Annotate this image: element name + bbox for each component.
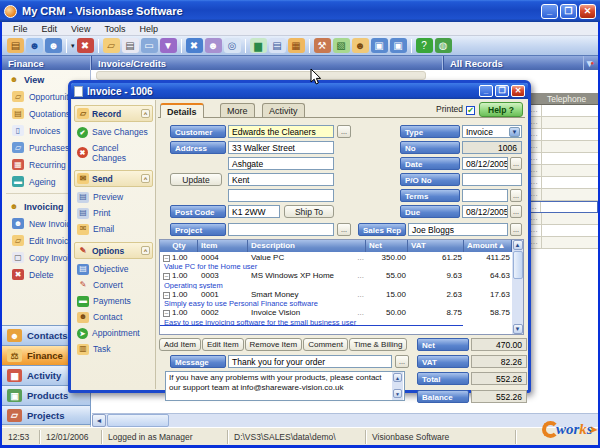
invoice-item-row[interactable]: –1.000002Invoice Vision...50.008.7558.75 — [160, 308, 516, 318]
dialog-action-print[interactable]: ▤Print — [72, 205, 155, 221]
notes-icon[interactable]: ▤ — [122, 38, 139, 53]
column-header-net[interactable]: Net — [366, 240, 408, 252]
address-line4-field[interactable] — [228, 189, 334, 202]
menu-view[interactable]: View — [64, 24, 97, 34]
collapse-row-icon[interactable]: – — [163, 255, 170, 262]
close-button[interactable]: ✕ — [579, 4, 596, 19]
ship-to-button[interactable]: Ship To — [284, 205, 334, 218]
collapse-chevron-icon[interactable]: ^ — [141, 109, 150, 118]
dialog-maximize-button[interactable]: ❐ — [495, 85, 509, 97]
dialog-action-cancel-changes[interactable]: ✖Cancel Changes — [72, 140, 155, 165]
date-picker-button[interactable]: ... — [510, 157, 522, 170]
collapse-row-icon[interactable]: – — [163, 310, 170, 317]
printed-checkbox[interactable]: ✔ — [466, 106, 475, 115]
dialog-action-convert[interactable]: ✎Convert — [72, 277, 155, 293]
collapse-chevron-icon[interactable]: ^ — [141, 174, 150, 183]
dialog-minimize-button[interactable]: _ — [479, 85, 493, 97]
dialog-action-contact[interactable]: ☻Contact — [72, 309, 155, 325]
column-header-description[interactable]: Description — [248, 240, 366, 252]
workstation-icon[interactable]: ▣ — [390, 38, 407, 53]
card-icon[interactable]: ▭ — [141, 38, 158, 53]
terms-lookup-button[interactable]: ... — [510, 189, 522, 202]
dialog-action-objective[interactable]: ▤Objective — [72, 261, 155, 277]
items-scrollbar-thumb[interactable] — [513, 251, 523, 279]
message-body-textarea[interactable]: If you have any problems with your produ… — [165, 371, 405, 401]
invoice-item-row[interactable]: –1.000004Value PC...350.0061.25411.25 — [160, 252, 516, 262]
tab-more[interactable]: More — [220, 103, 255, 118]
search-icon[interactable]: ◎ — [224, 38, 241, 53]
collapse-row-icon[interactable]: – — [163, 292, 170, 299]
horizontal-scrollbar[interactable]: ◄ — [92, 413, 598, 427]
invoice-item-row[interactable]: –1.000003MS Windows XP Home...55.009.636… — [160, 271, 516, 281]
customer-lookup-button[interactable]: ... — [337, 125, 351, 138]
grid-column-telephone[interactable]: Telephone — [547, 94, 586, 104]
button-comment[interactable]: Comment — [303, 338, 348, 351]
button-edit-item[interactable]: Edit Item — [202, 338, 244, 351]
type-select[interactable]: Invoice ▼ — [462, 125, 522, 138]
add-contact-icon[interactable]: ☻ — [45, 38, 62, 53]
collapse-row-icon[interactable]: – — [163, 273, 170, 280]
web-icon[interactable]: ◍ — [435, 38, 452, 53]
menu-edit[interactable]: Edit — [35, 24, 65, 34]
filter-funnel-icon[interactable]: ▼● — [584, 56, 594, 70]
find-contact-icon[interactable]: ☻ — [205, 38, 222, 53]
scroll-up-arrow[interactable]: ▲ — [513, 240, 523, 250]
po-number-field[interactable] — [462, 173, 522, 186]
contacts-book-icon[interactable]: ▤ — [7, 38, 24, 53]
button-remove-item[interactable]: Remove Item — [245, 338, 303, 351]
textarea-scroll-down[interactable]: ▼ — [393, 389, 402, 398]
update-button[interactable]: Update — [170, 173, 222, 186]
map-icon[interactable]: ▧ — [333, 38, 350, 53]
button-add-item[interactable]: Add Item — [159, 338, 201, 351]
message-lookup-button[interactable]: ... — [395, 355, 409, 368]
sales-rep-field[interactable]: Joe Bloggs — [408, 223, 508, 236]
tab-activity[interactable]: Activity — [262, 103, 305, 118]
menu-help[interactable]: Help — [132, 24, 165, 34]
textarea-scroll-up[interactable]: ▲ — [393, 373, 402, 382]
minimize-button[interactable]: _ — [541, 4, 558, 19]
scroll-left-arrow[interactable]: ◄ — [92, 414, 106, 427]
collapse-chevron-icon[interactable]: ^ — [141, 246, 150, 255]
terms-field[interactable] — [462, 189, 508, 202]
invoice-items-table[interactable]: QtyItemDescriptionNetVATAmount ▴ –1.0000… — [159, 239, 517, 335]
chevron-down-icon[interactable]: ▼ — [509, 127, 520, 137]
users-group-icon[interactable]: ☻ — [26, 38, 43, 53]
column-header-amount[interactable]: Amount ▴ — [464, 240, 512, 252]
delete-x-icon[interactable]: ✖ — [186, 38, 203, 53]
maximize-button[interactable]: ❐ — [560, 4, 577, 19]
chart-icon[interactable]: ▆ — [250, 38, 267, 53]
column-header-vat[interactable]: VAT — [408, 240, 464, 252]
customer-field[interactable]: Edwards the Cleaners — [228, 125, 334, 138]
help-button[interactable]: Help ? — [479, 102, 523, 117]
due-date-field[interactable]: 08/12/2005 — [462, 205, 508, 218]
report-icon[interactable]: ▤ — [269, 38, 286, 53]
dialog-action-email[interactable]: ✉Email — [72, 221, 155, 237]
project-field[interactable] — [228, 223, 334, 236]
dialog-close-button[interactable]: ✕ — [511, 85, 525, 97]
scrollbar-thumb[interactable] — [107, 414, 169, 427]
delete-record-icon[interactable]: ✖ — [77, 38, 94, 53]
tools-icon[interactable]: ⚒ — [314, 38, 331, 53]
column-header-item[interactable]: Item — [198, 240, 248, 252]
dialog-title-bar[interactable]: Invoice - 1006 _ ❐ ✕ — [71, 83, 528, 99]
scroll-down-arrow[interactable]: ▼ — [513, 324, 523, 334]
diary-icon[interactable]: ▦ — [288, 38, 305, 53]
message-field[interactable]: Thank you for your order — [228, 355, 392, 368]
computer-icon[interactable]: ▣ — [371, 38, 388, 53]
dialog-action-task[interactable]: ▥Task — [72, 341, 155, 357]
tab-details[interactable]: Details — [160, 103, 204, 118]
project-lookup-button[interactable]: ... — [337, 223, 351, 236]
invoice-item-row[interactable]: –1.000001Smart Money...15.002.6317.63 — [160, 289, 516, 299]
postcode-field[interactable]: K1 2WW — [228, 205, 280, 218]
menu-file[interactable]: File — [6, 24, 35, 34]
textarea-scrollbar[interactable]: ▲ ▼ — [392, 372, 403, 400]
address-line1-field[interactable]: 33 Walker Street — [228, 141, 334, 154]
date-field[interactable]: 08/12/2005 — [462, 157, 508, 170]
menu-tools[interactable]: Tools — [97, 24, 132, 34]
sales-rep-lookup-button[interactable]: ... — [510, 223, 522, 236]
column-header-qty[interactable]: Qty — [160, 240, 198, 252]
open-folder-icon[interactable]: ▱ — [103, 38, 120, 53]
dialog-action-save-changes[interactable]: ✔Save Changes — [72, 124, 155, 140]
dialog-action-payments[interactable]: ▬Payments — [72, 293, 155, 309]
due-date-picker-button[interactable]: ... — [510, 205, 522, 218]
